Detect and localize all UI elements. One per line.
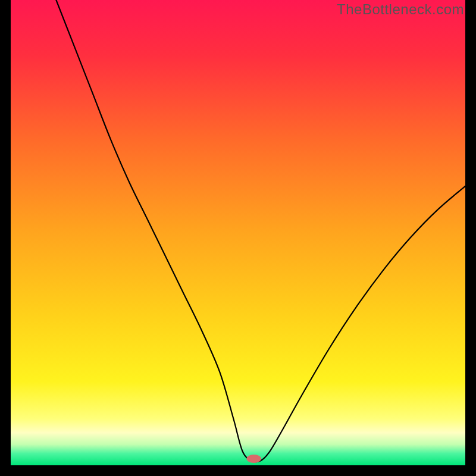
optimum-marker [247, 455, 261, 463]
watermark-text: TheBottleneck.com [337, 1, 464, 18]
chart-svg [11, 0, 465, 465]
bottleneck-chart [11, 0, 465, 465]
gradient-background [11, 0, 465, 465]
